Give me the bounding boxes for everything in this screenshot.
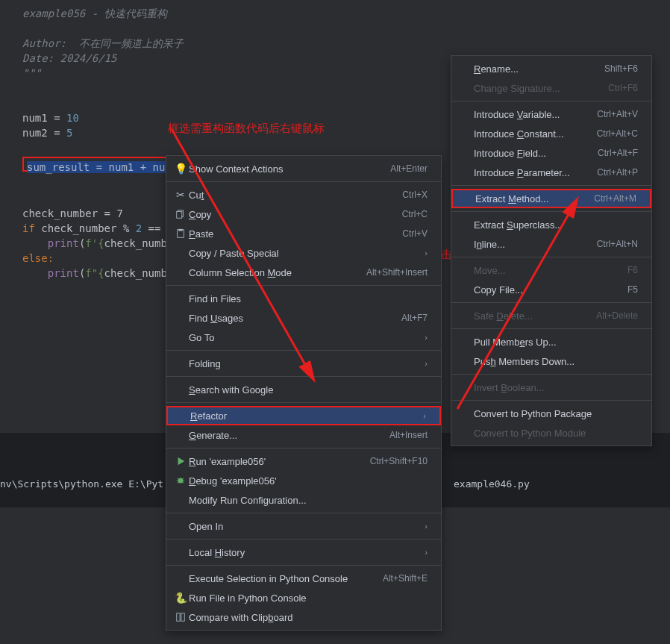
menu-shortcut: Ctrl+X: [402, 190, 428, 200]
menu-shortcut: Ctrl+Alt+P: [597, 167, 638, 178]
menu-item-debug-example056[interactable]: Debug 'example056': [166, 471, 441, 490]
menu-item-push-members-down[interactable]: Push Members Down...: [451, 351, 651, 371]
menu-item-label: Search with Google: [189, 384, 428, 396]
svg-marker-4: [178, 457, 185, 466]
svg-rect-1: [177, 212, 182, 219]
menu-item-generate[interactable]: Generate...Alt+Insert: [166, 425, 441, 445]
chevron-right-icon: ›: [425, 333, 428, 342]
menu-item-extract-method[interactable]: Extract Method...Ctrl+Alt+M: [451, 189, 651, 208]
menu-item-copy[interactable]: CopyCtrl+C: [166, 204, 441, 224]
menu-item-introduce-field[interactable]: Introduce Field...Ctrl+Alt+F: [451, 143, 651, 163]
menu-item-move: Move...F6: [451, 260, 651, 280]
menu-item-modify-run-configuration[interactable]: Modify Run Configuration...: [166, 490, 441, 510]
menu-separator: [451, 101, 651, 101]
code-text: Author: 不在同一频道上的呆子: [22, 37, 184, 49]
menu-separator: [166, 181, 441, 182]
menu-separator: [451, 400, 651, 401]
menu-item-label: Copy File...: [474, 284, 613, 296]
menu-item-folding[interactable]: Folding›: [166, 354, 441, 373]
console-text: example046.py: [454, 478, 530, 490]
menu-item-safe-delete: Safe Delete...Alt+Delete: [451, 306, 651, 325]
menu-item-label: Refactor: [190, 410, 423, 422]
menu-item-column-selection-mode[interactable]: Column Selection ModeAlt+Shift+Insert: [166, 263, 441, 282]
menu-item-label: Show Context Actions: [189, 163, 375, 175]
context-menu-refactor[interactable]: Rename...Shift+F6Change Signature...Ctrl…: [451, 55, 652, 446]
code-text: 5: [66, 127, 72, 139]
console-text: nv\Scripts\python.exe E:\Pyt: [0, 478, 163, 490]
scissors-icon: ✂: [172, 189, 189, 201]
menu-item-label: Change Signature...: [474, 83, 593, 94]
menu-item-label: Compare with Clipboard: [189, 612, 428, 623]
menu-item-run-example056[interactable]: Run 'example056'Ctrl+Shift+F10: [166, 451, 441, 471]
menu-item-find-usages[interactable]: Find UsagesAlt+F7: [166, 308, 441, 328]
chevron-right-icon: ›: [425, 522, 428, 531]
menu-shortcut: Alt+Delete: [596, 310, 638, 321]
menu-item-label: Find in Files: [189, 293, 428, 304]
svg-line-10: [178, 482, 179, 484]
menu-item-label: Safe Delete...: [474, 310, 581, 322]
menu-item-open-in[interactable]: Open In›: [166, 516, 441, 536]
menu-item-label: Extract Method...: [475, 193, 579, 204]
menu-shortcut: Ctrl+F6: [608, 83, 638, 93]
menu-separator: [166, 513, 441, 513]
svg-rect-13: [181, 613, 184, 622]
svg-point-5: [178, 478, 184, 484]
menu-item-label: Rename...: [474, 63, 589, 75]
menu-item-label: Column Selection Mode: [189, 267, 351, 278]
menu-separator: [166, 402, 441, 403]
menu-item-go-to[interactable]: Go To›: [166, 328, 441, 347]
paste-icon: [172, 228, 189, 239]
menu-item-extract-superclass[interactable]: Extract Superclass...: [451, 215, 651, 234]
menu-item-label: Folding: [189, 358, 425, 369]
menu-item-execute-selection-in-python-console[interactable]: Execute Selection in Python ConsoleAlt+S…: [166, 569, 441, 588]
menu-shortcut: Ctrl+V: [402, 228, 428, 239]
menu-item-cut[interactable]: ✂CutCtrl+X: [166, 185, 441, 204]
svg-line-11: [183, 482, 184, 484]
menu-shortcut: Alt+Enter: [390, 163, 428, 174]
menu-item-refactor[interactable]: Refactor›: [166, 406, 441, 425]
menu-separator: [166, 448, 441, 448]
menu-item-convert-to-python-package[interactable]: Convert to Python Package: [451, 404, 651, 423]
menu-item-introduce-parameter[interactable]: Introduce Parameter...Ctrl+Alt+P: [451, 163, 651, 182]
menu-item-label: Pull Members Up...: [474, 337, 638, 348]
menu-shortcut: Ctrl+C: [402, 209, 428, 219]
menu-item-find-in-files[interactable]: Find in Files: [166, 289, 441, 308]
menu-separator: [166, 376, 441, 377]
menu-item-label: Debug 'example056': [189, 475, 428, 487]
menu-shortcut: Ctrl+Shift+F10: [370, 456, 428, 466]
menu-item-label: Open In: [189, 521, 425, 532]
menu-item-label: Cut: [189, 190, 387, 201]
menu-separator: [166, 539, 441, 540]
menu-item-paste[interactable]: PasteCtrl+V: [166, 224, 441, 243]
context-menu-primary[interactable]: 💡Show Context ActionsAlt+Enter✂CutCtrl+X…: [166, 155, 442, 631]
menu-item-compare-with-clipboard[interactable]: Compare with Clipboard: [166, 607, 441, 627]
menu-item-rename[interactable]: Rename...Shift+F6: [451, 59, 651, 78]
menu-item-label: Copy / Paste Special: [189, 248, 425, 259]
selected-code[interactable]: sum_result = num1 + num2: [22, 157, 182, 172]
menu-item-show-context-actions[interactable]: 💡Show Context ActionsAlt+Enter: [166, 159, 441, 178]
menu-item-search-with-google[interactable]: Search with Google: [166, 380, 441, 399]
menu-item-local-history[interactable]: Local History›: [166, 543, 441, 562]
menu-shortcut: Ctrl+Alt+C: [597, 128, 638, 139]
bug-icon: [172, 475, 189, 486]
menu-shortcut: Alt+F7: [401, 313, 428, 323]
menu-item-invert-boolean: Invert Boolean...: [451, 378, 651, 397]
menu-item-introduce-constant[interactable]: Introduce Constant...Ctrl+Alt+C: [451, 124, 651, 143]
menu-separator: [451, 185, 651, 186]
menu-item-copy-paste-special[interactable]: Copy / Paste Special›: [166, 243, 441, 263]
menu-item-label: Introduce Parameter...: [474, 167, 582, 178]
play-icon: [172, 456, 189, 466]
menu-item-pull-members-up[interactable]: Pull Members Up...: [451, 332, 651, 351]
python-icon: 🐍: [172, 592, 189, 604]
menu-item-introduce-variable[interactable]: Introduce Variable...Ctrl+Alt+V: [451, 104, 651, 124]
menu-item-copy-file[interactable]: Copy File...F5: [451, 280, 651, 299]
menu-item-inline[interactable]: Inline...Ctrl+Alt+N: [451, 234, 651, 254]
menu-item-run-file-in-python-console[interactable]: 🐍Run File in Python Console: [166, 588, 441, 607]
menu-item-label: Execute Selection in Python Console: [189, 573, 368, 584]
menu-separator: [451, 211, 651, 212]
menu-shortcut: F6: [627, 265, 638, 275]
menu-shortcut: Ctrl+Alt+V: [597, 109, 638, 119]
svg-rect-12: [177, 613, 180, 622]
menu-item-change-signature: Change Signature...Ctrl+F6: [451, 78, 651, 98]
menu-item-label: Push Members Down...: [474, 356, 638, 367]
